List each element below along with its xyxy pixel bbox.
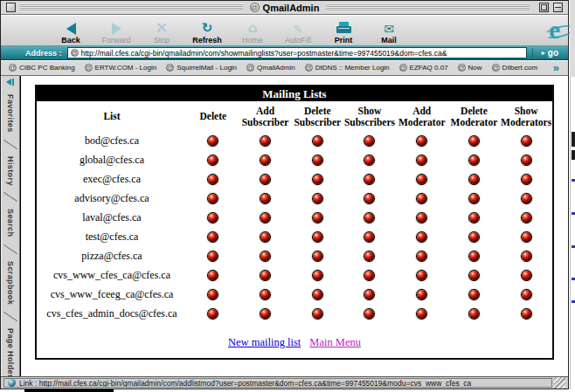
add-subscriber-button[interactable] [260, 136, 270, 146]
sidebar-tab-favorites[interactable]: Favorites [6, 88, 15, 139]
favorites-item[interactable]: @ERTW.COM - Login [85, 64, 157, 72]
show-moderators-button[interactable] [522, 251, 531, 261]
show-subscribers-button[interactable] [364, 175, 374, 184]
add-subscriber-button[interactable] [260, 309, 270, 319]
delete-moderator-button[interactable] [469, 155, 479, 165]
add-subscriber-button[interactable] [260, 271, 270, 280]
add-subscriber-button[interactable] [260, 155, 270, 165]
add-moderator-button[interactable] [417, 136, 426, 146]
delete-button[interactable] [208, 175, 218, 184]
show-moderators-button[interactable] [522, 290, 531, 299]
add-subscriber-button[interactable] [260, 251, 270, 261]
delete-button[interactable] [208, 136, 218, 146]
back-button[interactable]: Back [48, 16, 94, 45]
delete-button[interactable] [208, 271, 218, 280]
delete-moderator-button[interactable] [469, 290, 479, 299]
autofill-button[interactable]: AutoFill [275, 16, 321, 45]
show-moderators-button[interactable] [522, 232, 531, 242]
sidebar-tab-history[interactable]: History [6, 150, 15, 192]
add-subscriber-button[interactable] [260, 194, 270, 203]
mail-button[interactable]: Mail [366, 16, 412, 45]
sidebar-collapse-icon[interactable] [6, 79, 14, 86]
delete-subscriber-button[interactable] [313, 136, 322, 146]
favorites-overflow-chevron[interactable]: » [553, 62, 559, 73]
show-moderators-button[interactable] [522, 309, 531, 319]
favorites-item[interactable]: @CIBC PC Banking [9, 64, 75, 72]
favorites-item[interactable]: @EZFAQ 0.07 [399, 64, 448, 72]
favorites-item[interactable]: @DtDNS :: Member Login [305, 64, 390, 72]
delete-moderator-button[interactable] [469, 175, 479, 184]
go-button[interactable]: ▸ go [532, 48, 564, 58]
resize-grip[interactable] [554, 377, 565, 389]
add-moderator-button[interactable] [417, 194, 426, 203]
show-subscribers-button[interactable] [364, 213, 374, 223]
show-moderators-button[interactable] [522, 155, 531, 165]
show-moderators-button[interactable] [522, 175, 531, 184]
add-moderator-button[interactable] [417, 155, 426, 165]
add-moderator-button[interactable] [417, 232, 426, 242]
delete-moderator-button[interactable] [469, 213, 479, 223]
delete-moderator-button[interactable] [469, 271, 479, 280]
add-moderator-button[interactable] [417, 175, 426, 184]
delete-button[interactable] [208, 309, 218, 319]
show-subscribers-button[interactable] [364, 232, 374, 242]
sidebar-tab-page-holder[interactable]: Page Holder [6, 322, 15, 384]
delete-moderator-button[interactable] [469, 309, 479, 319]
zoom-box[interactable] [539, 3, 549, 12]
show-subscribers-button[interactable] [364, 309, 374, 319]
close-box[interactable] [6, 3, 16, 12]
delete-subscriber-button[interactable] [313, 194, 322, 203]
favorites-item[interactable]: @QmailAdmin [246, 64, 295, 72]
delete-moderator-button[interactable] [469, 194, 479, 203]
print-button[interactable]: Print [321, 16, 366, 45]
address-input[interactable]: @ http://mail.cfes.ca/cgi-bin/qmailadmin… [67, 47, 527, 58]
delete-subscriber-button[interactable] [313, 213, 322, 223]
new-mailing-list-link[interactable]: New mailing list [228, 336, 301, 348]
add-subscriber-button[interactable] [260, 175, 270, 184]
delete-button[interactable] [208, 194, 218, 203]
forward-button[interactable]: Forward [94, 16, 139, 45]
delete-button[interactable] [208, 155, 218, 165]
delete-subscriber-button[interactable] [313, 309, 322, 319]
show-subscribers-button[interactable] [364, 271, 374, 280]
add-moderator-button[interactable] [417, 290, 426, 299]
delete-button[interactable] [208, 290, 218, 299]
delete-moderator-button[interactable] [469, 232, 479, 242]
favorites-item[interactable]: @Now [458, 64, 482, 72]
delete-button[interactable] [208, 232, 218, 242]
refresh-button[interactable]: Refresh [184, 16, 230, 45]
show-moderators-button[interactable] [522, 213, 531, 223]
add-subscriber-button[interactable] [260, 290, 270, 299]
collapse-box[interactable] [553, 3, 563, 12]
delete-button[interactable] [208, 251, 218, 261]
delete-button[interactable] [208, 213, 218, 223]
delete-subscriber-button[interactable] [313, 175, 322, 184]
add-moderator-button[interactable] [417, 251, 426, 261]
add-moderator-button[interactable] [417, 309, 426, 319]
delete-subscriber-button[interactable] [313, 251, 322, 261]
delete-subscriber-button[interactable] [313, 232, 322, 242]
show-subscribers-button[interactable] [364, 136, 374, 146]
delete-subscriber-button[interactable] [313, 155, 322, 165]
add-moderator-button[interactable] [417, 271, 426, 280]
show-subscribers-button[interactable] [364, 194, 374, 203]
add-subscriber-button[interactable] [260, 213, 270, 223]
delete-subscriber-button[interactable] [313, 290, 322, 299]
favorites-item[interactable]: @SquirrelMail - Login [166, 64, 237, 72]
show-subscribers-button[interactable] [364, 155, 374, 165]
sidebar-tab-scrapbook[interactable]: Scrapbook [6, 255, 15, 311]
show-moderators-button[interactable] [522, 194, 531, 203]
delete-subscriber-button[interactable] [313, 271, 322, 280]
sidebar-tab-search[interactable]: Search [6, 203, 15, 243]
add-subscriber-button[interactable] [260, 232, 270, 242]
title-bar[interactable]: @ QmailAdmin [1, 1, 568, 15]
home-button[interactable]: Home [230, 16, 275, 45]
show-subscribers-button[interactable] [364, 251, 374, 261]
main-menu-link[interactable]: Main Menu [309, 336, 361, 348]
delete-moderator-button[interactable] [469, 251, 479, 261]
show-subscribers-button[interactable] [364, 290, 374, 299]
stop-button[interactable]: Stop [139, 16, 184, 45]
delete-moderator-button[interactable] [469, 136, 479, 146]
add-moderator-button[interactable] [417, 213, 426, 223]
show-moderators-button[interactable] [522, 136, 531, 146]
